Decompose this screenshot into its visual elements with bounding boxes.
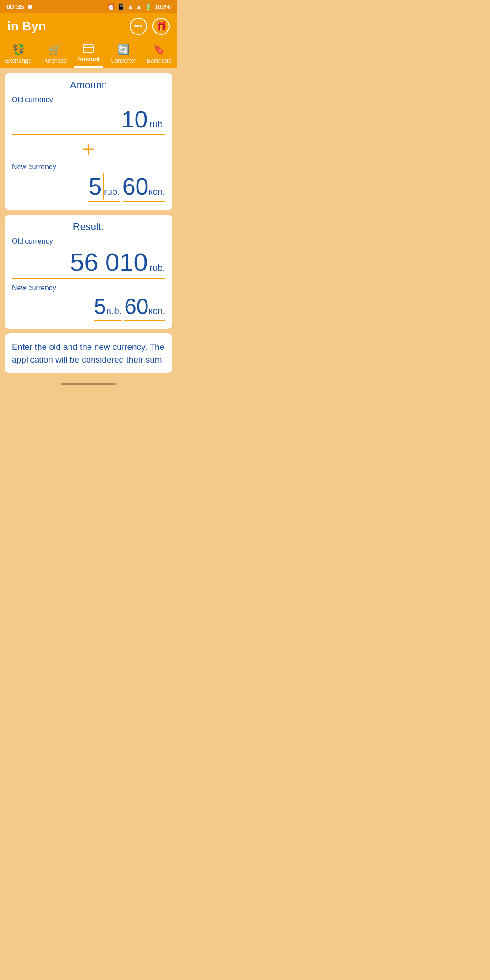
result-new-kop: 60 коп.	[124, 294, 165, 321]
tab-amount[interactable]: Amount	[74, 42, 103, 68]
result-old-label: Old currency	[12, 237, 165, 245]
battery-percent: 100%	[154, 3, 171, 10]
tab-navigation: 💱 Exchange 🛒 Purchase Amount 🔄 Converter…	[0, 40, 177, 68]
main-content: Amount: Old currency 10 rub. + New curre…	[0, 68, 177, 378]
result-old-value: 56 010	[70, 247, 147, 277]
tab-purchase-label: Purchase	[42, 57, 67, 64]
exchange-icon: 💱	[12, 44, 24, 56]
result-new-rub-value: 5	[94, 294, 106, 319]
alarm-icon: ⏰	[107, 3, 115, 10]
new-currency-rub-input[interactable]: 5 rub.	[88, 173, 119, 202]
home-indicator	[61, 383, 116, 385]
new-currency-kop-unit: коп.	[149, 186, 165, 197]
tab-exchange-label: Exchange	[5, 57, 32, 64]
tab-exchange[interactable]: 💱 Exchange	[2, 42, 35, 68]
result-title: Result:	[12, 221, 165, 233]
amount-card: Amount: Old currency 10 rub. + New curre…	[5, 73, 172, 210]
more-options-button[interactable]: •••	[130, 18, 147, 35]
more-icon: •••	[134, 22, 143, 31]
app-title: in Byn	[7, 19, 46, 34]
tab-purchase[interactable]: 🛒 Purchase	[39, 42, 71, 68]
header-actions: ••• 🎁	[130, 18, 170, 35]
tab-converter[interactable]: 🔄 Converter	[107, 42, 140, 68]
new-currency-rub-unit: rub.	[104, 186, 119, 197]
status-left: 00:35 ⏺	[6, 3, 33, 10]
signal-icon: ▲	[136, 3, 142, 10]
new-currency-kop-value[interactable]: 60	[122, 173, 149, 200]
new-currency-kop-input[interactable]: 60 коп.	[122, 173, 165, 202]
purchase-icon: 🛒	[49, 44, 61, 56]
banknote-icon: 🔖	[153, 44, 165, 56]
info-card: Enter the old and the new currency. The …	[5, 333, 172, 373]
result-new-row: 5 rub. 60 коп.	[12, 294, 165, 321]
info-text: Enter the old and the new currency. The …	[12, 341, 165, 366]
new-currency-rub-value[interactable]: 5	[88, 173, 104, 200]
vibrate-icon: 📳	[117, 3, 125, 10]
old-currency-value[interactable]: 10	[122, 106, 148, 133]
gift-button[interactable]: 🎁	[152, 18, 170, 35]
svg-rect-0	[83, 45, 93, 52]
result-new-kop-unit: коп.	[149, 306, 165, 316]
result-card: Result: Old currency 56 010 rub. New cur…	[5, 215, 172, 329]
converter-icon: 🔄	[117, 44, 129, 56]
gift-icon: 🎁	[156, 21, 167, 32]
tab-amount-label: Amount	[78, 55, 100, 62]
old-currency-input-row[interactable]: 10 rub.	[12, 106, 165, 135]
amount-icon	[83, 44, 94, 54]
status-right: ⏰ 📳 ▲ ▲ 🔋 100%	[107, 3, 171, 10]
amount-title: Amount:	[12, 79, 165, 91]
result-new-label: New currency	[12, 284, 165, 292]
old-currency-unit: rub.	[150, 119, 165, 130]
result-old-unit: rub.	[150, 263, 165, 273]
old-currency-label: Old currency	[12, 96, 165, 104]
pocket-casts-icon: ⏺	[26, 3, 33, 10]
bottom-bar	[0, 378, 177, 388]
tab-converter-label: Converter	[110, 57, 136, 64]
new-currency-label: New currency	[12, 163, 165, 171]
battery-icon: 🔋	[144, 3, 152, 10]
tab-banknote-label: Banknote	[147, 57, 172, 64]
app-header: in Byn ••• 🎁	[0, 13, 177, 40]
result-new-rub: 5 rub.	[94, 294, 122, 321]
status-bar: 00:35 ⏺ ⏰ 📳 ▲ ▲ 🔋 100%	[0, 0, 177, 13]
plus-separator: +	[12, 138, 165, 160]
result-old-row: 56 010 rub.	[12, 247, 165, 279]
result-new-kop-value: 60	[124, 294, 148, 319]
time: 00:35	[6, 3, 24, 10]
wifi-icon: ▲	[127, 3, 133, 10]
tab-banknote[interactable]: 🔖 Banknote	[143, 42, 175, 68]
result-new-rub-unit: rub.	[106, 306, 122, 316]
